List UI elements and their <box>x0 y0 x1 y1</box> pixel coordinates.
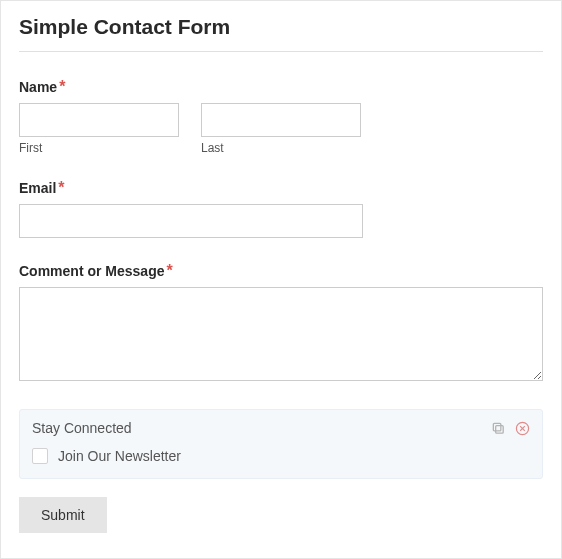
stay-connected-title: Stay Connected <box>32 420 132 436</box>
delete-icon[interactable] <box>514 420 530 436</box>
name-field-group: Name* First Last <box>19 78 543 155</box>
duplicate-icon[interactable] <box>490 420 506 436</box>
required-mark: * <box>58 179 64 196</box>
email-field-group: Email* <box>19 179 543 238</box>
last-name-column: Last <box>201 103 361 155</box>
email-label: Email <box>19 180 56 196</box>
svg-rect-1 <box>493 423 501 431</box>
email-input[interactable] <box>19 204 363 238</box>
submit-button[interactable]: Submit <box>19 497 107 533</box>
form-container: Simple Contact Form Name* First Last Ema… <box>0 0 562 559</box>
newsletter-checkbox-label: Join Our Newsletter <box>58 448 181 464</box>
comment-label: Comment or Message <box>19 263 164 279</box>
first-name-input[interactable] <box>19 103 179 137</box>
required-mark: * <box>59 78 65 95</box>
first-name-sublabel: First <box>19 141 179 155</box>
comment-field-group: Comment or Message* <box>19 262 543 385</box>
newsletter-checkbox-row[interactable]: Join Our Newsletter <box>32 448 530 464</box>
newsletter-checkbox[interactable] <box>32 448 48 464</box>
required-mark: * <box>166 262 172 279</box>
name-row: First Last <box>19 103 543 155</box>
stay-connected-panel: Stay Connected Joi <box>19 409 543 479</box>
stay-connected-actions <box>490 420 530 436</box>
last-name-sublabel: Last <box>201 141 361 155</box>
stay-connected-header: Stay Connected <box>32 420 530 436</box>
last-name-input[interactable] <box>201 103 361 137</box>
name-label: Name <box>19 79 57 95</box>
title-divider <box>19 51 543 52</box>
svg-rect-0 <box>495 425 503 433</box>
form-title: Simple Contact Form <box>19 15 543 39</box>
first-name-column: First <box>19 103 179 155</box>
comment-textarea[interactable] <box>19 287 543 381</box>
